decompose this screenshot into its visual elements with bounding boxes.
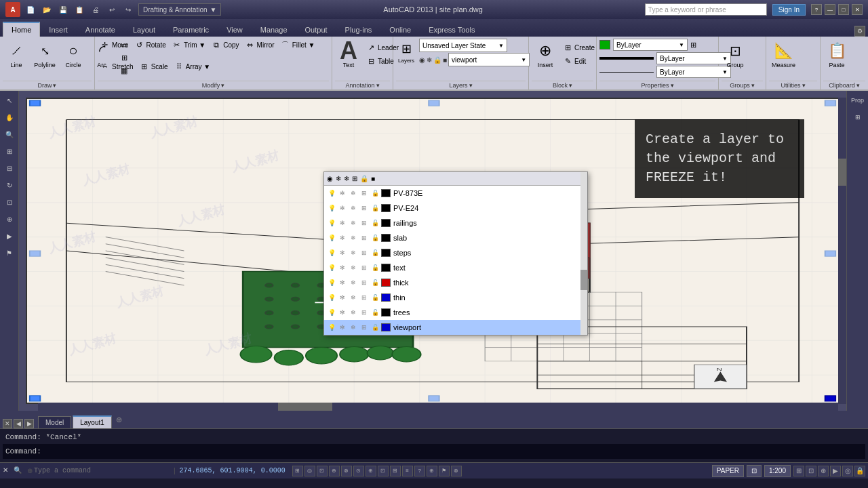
- sc-btn[interactable]: ⊕: [427, 466, 437, 476]
- line-button[interactable]: ⟋ Line: [3, 39, 30, 70]
- draw-group-label[interactable]: Draw▾: [3, 81, 92, 89]
- zoom-realtime[interactable]: 🔍: [1, 126, 18, 142]
- polar-btn[interactable]: ⊕: [329, 466, 340, 476]
- rs-toolpalettes-btn[interactable]: ⊞: [850, 109, 866, 125]
- fillet-button[interactable]: ⌒ Fillet ▼: [278, 39, 317, 51]
- lwt-btn[interactable]: ≡: [402, 466, 413, 476]
- tab-annotate[interactable]: Annotate: [77, 22, 124, 37]
- layer-item-text[interactable]: 💡 ✻ ❄ ⊞ 🔓 text: [324, 260, 587, 275]
- hardware-accel-btn[interactable]: ▶: [830, 466, 841, 476]
- tab-plugins[interactable]: Plug-ins: [336, 22, 381, 37]
- paste-button[interactable]: 📋 Paste: [823, 39, 850, 70]
- command-search-input[interactable]: [34, 467, 170, 474]
- block-group-label[interactable]: Block▾: [532, 81, 593, 89]
- redo-btn[interactable]: ↪: [122, 3, 134, 16]
- layer-item-thick[interactable]: 💡 ✻ ❄ ⊞ 🔓 thick: [324, 275, 587, 290]
- group-button[interactable]: ⊡ Group: [722, 39, 749, 70]
- layer-item-slab[interactable]: 💡 ✻ ❄ ⊞ 🔓 slab: [324, 230, 587, 245]
- an-btn[interactable]: ⚑: [439, 466, 450, 476]
- rotate-button[interactable]: ↺ Rotate: [132, 39, 167, 51]
- isolate-btn[interactable]: ◎: [842, 466, 853, 476]
- tab-output[interactable]: Output: [296, 22, 336, 37]
- move-button[interactable]: ✛ Move: [98, 39, 130, 51]
- edit-button[interactable]: ✎ Edit: [560, 55, 597, 67]
- tab-manage[interactable]: Manage: [252, 22, 296, 37]
- qp-btn[interactable]: ?: [414, 466, 425, 476]
- rs-properties-btn[interactable]: Prop: [850, 92, 866, 108]
- trim-button[interactable]: ✂ Trim ▼: [170, 39, 208, 51]
- canvas-scrollbar-thumb[interactable]: [838, 159, 846, 186]
- saveas-btn[interactable]: 📋: [73, 3, 85, 16]
- color-dropdown[interactable]: ByLayer ▼: [613, 39, 688, 51]
- otrack-btn[interactable]: ⊕: [366, 466, 376, 476]
- toolbar-btn[interactable]: ⊕: [818, 466, 829, 476]
- tab-express-tools[interactable]: Express Tools: [420, 22, 484, 37]
- orbit-tool[interactable]: ↻: [1, 177, 18, 193]
- measure-button[interactable]: 📐 Measure: [769, 39, 798, 70]
- properties-group-label[interactable]: Properties▾: [599, 81, 715, 89]
- navcube-tool[interactable]: ⊡: [1, 194, 18, 210]
- insert-button[interactable]: ⊕ Insert: [532, 39, 559, 70]
- text-button[interactable]: A Text: [335, 39, 362, 70]
- current-layer-dropdown[interactable]: viewport ▼: [448, 53, 530, 66]
- modify-group-label[interactable]: Modify▾: [98, 81, 329, 89]
- workspace-switch-btn[interactable]: ⊡: [806, 466, 816, 476]
- annotation-group-label[interactable]: Annotation▾: [335, 81, 390, 89]
- layer-item-viewport[interactable]: 💡 ✻ ❄ ⊞ 🔓 viewport: [324, 320, 587, 335]
- statusbar-search-btn[interactable]: 🔍: [14, 466, 23, 476]
- help-tab-icon[interactable]: ⚙: [854, 26, 865, 37]
- scroll-right-btn[interactable]: ▶: [24, 419, 34, 428]
- paper-button[interactable]: PAPER: [712, 465, 744, 477]
- zoom-extents[interactable]: ⊟: [1, 160, 18, 176]
- tab-parametric[interactable]: Parametric: [164, 22, 218, 37]
- stretch-button[interactable]: ↔ Stretch: [98, 60, 136, 73]
- layer-item-steps[interactable]: 💡 ✻ ❄ ⊞ 🔓 steps: [324, 245, 587, 260]
- statusbar-close-btn[interactable]: ✕: [3, 466, 12, 476]
- command-input[interactable]: [44, 447, 863, 455]
- circle-button[interactable]: ○ Circle: [60, 39, 87, 70]
- open-btn[interactable]: 📂: [41, 3, 53, 16]
- print-btn[interactable]: 🖨: [90, 3, 102, 16]
- add-layout-btn[interactable]: ⊕: [116, 415, 122, 424]
- layer-item-pve24[interactable]: 💡 ✻ ❄ ⊞ 🔓 PV-E24: [324, 201, 587, 216]
- sign-in-button[interactable]: Sign In: [772, 4, 806, 16]
- undo-btn[interactable]: ↩: [106, 3, 118, 16]
- pan-tool[interactable]: ✋: [1, 109, 18, 125]
- show-motion[interactable]: ▶: [1, 228, 18, 244]
- un-btn[interactable]: ⊗: [451, 466, 462, 476]
- array-button[interactable]: ⠿ Array ▼: [172, 60, 213, 73]
- tab-view[interactable]: View: [218, 22, 252, 37]
- dyn-btn[interactable]: ⊞: [390, 466, 401, 476]
- 3dosnap-btn[interactable]: ⊙: [353, 466, 364, 476]
- groups-group-label[interactable]: Groups▾: [722, 81, 763, 89]
- layer-item-pv873e[interactable]: 💡 ✻ ❄ ⊞ 🔓 PV-873E: [324, 186, 587, 201]
- tab-online[interactable]: Online: [380, 22, 420, 37]
- close-button[interactable]: ✕: [852, 4, 863, 15]
- new-btn[interactable]: 📄: [24, 3, 37, 16]
- polyline-button[interactable]: ⤡ Polyline: [31, 39, 58, 70]
- select-tool[interactable]: ↖: [1, 92, 18, 108]
- scroll-left-btn[interactable]: ◀: [14, 419, 23, 428]
- tab-insert[interactable]: Insert: [40, 22, 77, 37]
- close-tab-btn[interactable]: ✕: [3, 419, 12, 428]
- canvas-scrollbar-h[interactable]: [38, 403, 838, 411]
- steering-wheel[interactable]: ⊕: [1, 211, 18, 227]
- mirror-button[interactable]: ⇔ Mirror: [243, 39, 277, 51]
- zoom-label[interactable]: 1:200: [764, 465, 791, 477]
- color-extra-icon[interactable]: ⊞: [690, 41, 696, 49]
- lock-ui-btn[interactable]: 🔒: [854, 466, 865, 476]
- zoom-window[interactable]: ⊞: [1, 143, 18, 159]
- layer-state-dropdown[interactable]: Unsaved Layer State ▼: [419, 39, 507, 52]
- layout1-tab[interactable]: Layout1: [73, 415, 112, 428]
- help-icon[interactable]: ?: [811, 4, 822, 15]
- layer-dropdown-popup[interactable]: ◉ ❄ ❄ ⊞ 🔒 ■ 💡 ✻ ❄ ⊞ 🔓 PV-873E 💡 ✻ ❄: [323, 171, 588, 336]
- fullscreen-btn[interactable]: ⊞: [793, 466, 804, 476]
- annotation-monitor[interactable]: ⚑: [1, 245, 18, 261]
- search-box[interactable]: Type a keyword or phrase: [645, 3, 767, 16]
- layers-group-label[interactable]: Layers▾: [396, 81, 526, 89]
- copy-button[interactable]: ⧉ Copy: [209, 39, 241, 51]
- minimize-button[interactable]: —: [825, 4, 835, 15]
- model-space-btn[interactable]: ⊡: [747, 465, 762, 477]
- canvas-scrollbar-h-thumb[interactable]: [278, 403, 332, 411]
- model-tab[interactable]: Model: [38, 416, 71, 428]
